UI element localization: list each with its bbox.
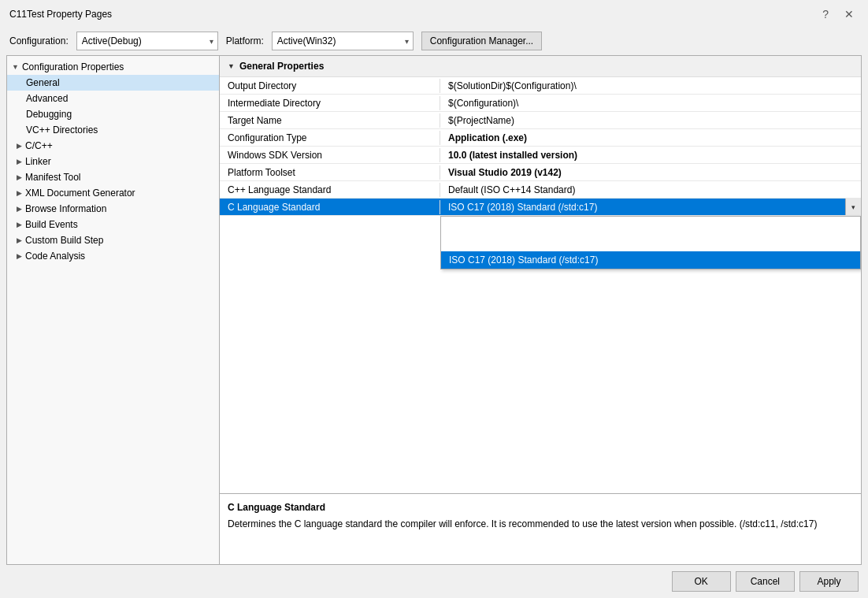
sidebar-group-label: Configuration Properties — [22, 61, 124, 72]
prop-name-windows-sdk: Windows SDK Version — [220, 148, 440, 162]
prop-name-intermediate-dir: Intermediate Directory — [220, 96, 440, 110]
expand-build-events-icon: ▶ — [17, 221, 22, 228]
main-content: ▼ Configuration Properties General Advan… — [6, 55, 862, 565]
config-manager-button[interactable]: Configuration Manager... — [421, 32, 542, 50]
expand-linker-icon: ▶ — [17, 158, 22, 165]
dropdown-option-default[interactable]: Default (Legacy MSVC) — [441, 217, 860, 234]
sidebar-item-linker[interactable]: ▶ Linker — [7, 154, 219, 169]
sidebar-item-custom-build[interactable]: ▶ Custom Build Step — [7, 232, 219, 248]
sidebar-item-build-events[interactable]: ▶ Build Events — [7, 217, 219, 232]
description-panel: C Language Standard Determines the C lan… — [220, 493, 861, 564]
prop-row-target-name[interactable]: Target Name $(ProjectName) — [220, 112, 861, 129]
prop-value-platform-toolset: Visual Studio 2019 (v142) — [440, 165, 861, 180]
sidebar-item-debugging[interactable]: Debugging — [7, 106, 219, 122]
prop-row-windows-sdk[interactable]: Windows SDK Version 10.0 (latest install… — [220, 147, 861, 164]
sidebar-item-general[interactable]: General — [7, 75, 219, 91]
expand-xml-icon: ▶ — [17, 189, 22, 197]
config-row: Configuration: Active(Debug) Platform: A… — [0, 27, 868, 55]
dropdown-option-c11[interactable]: ISO C11 Standard (/std:c11) — [441, 234, 860, 251]
content-panel: ▼ General Properties Output Directory $(… — [220, 56, 861, 564]
description-title: C Language Standard — [228, 502, 853, 513]
prop-value-target-name: $(ProjectName) — [440, 113, 861, 128]
prop-name-output-dir: Output Directory — [220, 79, 440, 93]
expand-manifest-icon: ▶ — [17, 173, 22, 181]
description-text: Determines the C language standard the c… — [228, 518, 853, 531]
platform-label: Platform: — [226, 35, 264, 46]
sidebar-item-browse-info[interactable]: ▶ Browse Information — [7, 201, 219, 217]
sidebar-item-xml-document[interactable]: ▶ XML Document Generator — [7, 185, 219, 201]
sidebar-item-vc-directories[interactable]: VC++ Directories — [7, 122, 219, 138]
ok-button[interactable]: OK — [672, 571, 731, 592]
config-dropdown-wrapper: Active(Debug) — [76, 32, 218, 50]
sidebar-item-cpp[interactable]: ▶ C/C++ — [7, 138, 219, 154]
platform-dropdown-wrapper: Active(Win32) — [272, 32, 414, 50]
prop-row-c-standard[interactable]: C Language Standard ISO C17 (2018) Stand… — [220, 199, 861, 216]
title-bar: C11Test Property Pages ? ✕ — [0, 0, 868, 27]
dialog-title: C11Test Property Pages — [9, 9, 112, 20]
platform-select[interactable]: Active(Win32) — [272, 32, 414, 50]
sidebar-item-code-analysis[interactable]: ▶ Code Analysis — [7, 248, 219, 264]
prop-name-cpp-standard: C++ Language Standard — [220, 183, 440, 197]
prop-row-config-type[interactable]: Configuration Type Application (.exe) — [220, 129, 861, 147]
prop-value-c-standard: ISO C17 (2018) Standard (/std:c17) — [440, 200, 845, 214]
sidebar-item-manifest-tool[interactable]: ▶ Manifest Tool — [7, 169, 219, 185]
config-label: Configuration: — [9, 35, 69, 46]
title-bar-buttons: ? ✕ — [818, 6, 859, 22]
dropdown-option-c17[interactable]: ISO C17 (2018) Standard (/std:c17) — [441, 251, 860, 269]
prop-row-cpp-standard[interactable]: C++ Language Standard Default (ISO C++14… — [220, 181, 861, 199]
prop-row-platform-toolset[interactable]: Platform Toolset Visual Studio 2019 (v14… — [220, 164, 861, 181]
help-button[interactable]: ? — [818, 6, 833, 22]
expand-custom-build-icon: ▶ — [17, 236, 22, 244]
property-pages-dialog: C11Test Property Pages ? ✕ Configuration… — [0, 0, 868, 598]
prop-name-target-name: Target Name — [220, 113, 440, 128]
property-grid: ▼ General Properties Output Directory $(… — [220, 56, 861, 493]
prop-value-intermediate-dir: $(Configuration)\ — [440, 96, 861, 110]
cancel-button[interactable]: Cancel — [736, 571, 795, 592]
dropdown-arrow-icon: ▾ — [851, 203, 855, 211]
expand-code-analysis-icon: ▶ — [17, 252, 22, 260]
prop-value-output-dir: $(SolutionDir)$(Configuration)\ — [440, 79, 861, 93]
prop-name-platform-toolset: Platform Toolset — [220, 165, 440, 180]
collapse-arrow-icon: ▼ — [12, 63, 19, 71]
footer: OK Cancel Apply — [0, 565, 868, 598]
sidebar-item-advanced[interactable]: Advanced — [7, 91, 219, 106]
close-button[interactable]: ✕ — [840, 6, 859, 22]
expand-browse-icon: ▶ — [17, 205, 22, 213]
configuration-select[interactable]: Active(Debug) — [76, 32, 218, 50]
section-title: General Properties — [239, 61, 324, 72]
section-header: ▼ General Properties — [220, 56, 861, 77]
prop-row-intermediate-dir[interactable]: Intermediate Directory $(Configuration)\ — [220, 95, 861, 112]
apply-button[interactable]: Apply — [799, 571, 859, 592]
prop-value-cpp-standard: Default (ISO C++14 Standard) — [440, 183, 861, 197]
prop-row-output-dir[interactable]: Output Directory $(SolutionDir)$(Configu… — [220, 77, 861, 95]
sidebar-group-config-properties[interactable]: ▼ Configuration Properties — [7, 59, 219, 75]
prop-value-windows-sdk: 10.0 (latest installed version) — [440, 148, 861, 162]
prop-name-c-standard: C Language Standard — [220, 200, 440, 214]
prop-value-config-type: Application (.exe) — [440, 131, 861, 145]
section-collapse-icon: ▼ — [228, 62, 235, 70]
prop-name-config-type: Configuration Type — [220, 131, 440, 145]
c-standard-dropdown-button[interactable]: ▾ — [845, 199, 861, 215]
c-standard-dropdown-popup: Default (Legacy MSVC) ISO C11 Standard (… — [440, 216, 861, 269]
sidebar: ▼ Configuration Properties General Advan… — [7, 56, 220, 564]
expand-cpp-icon: ▶ — [17, 142, 22, 150]
